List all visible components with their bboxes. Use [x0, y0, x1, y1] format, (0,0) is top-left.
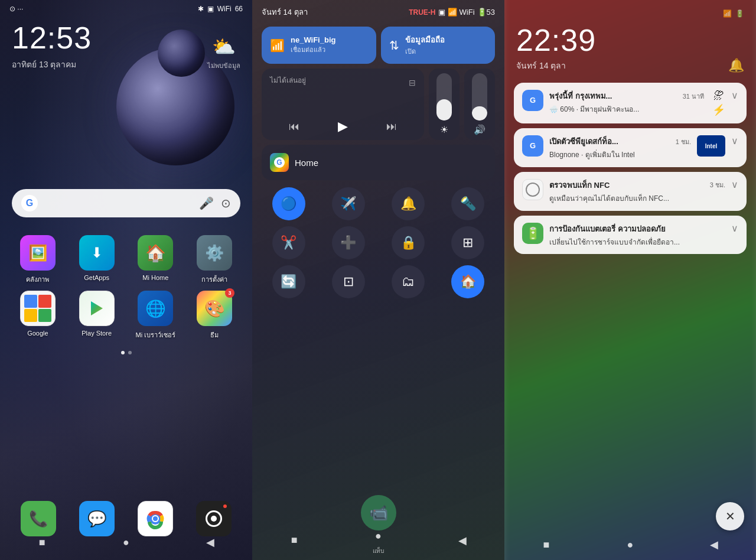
apps-grid-row1: 🖼️ คลังภาพ ⬇ GetApps 🏠 Mi Home ⚙️ การตั้…: [0, 229, 252, 291]
quick-tiles: 📶 ne_WiFi_big เชื่อมต่อแล้ว ⇅ ข้อมูลมือถ…: [262, 27, 495, 64]
scissors-toggle[interactable]: ✂️: [272, 226, 305, 259]
notif-blognone[interactable]: G เปิดตัวซีพียูเดสก์ท็อ... 1 ชม. Blognon…: [514, 128, 747, 167]
app-mibrowser[interactable]: 🌐 Mi เบราว์เซอร์: [130, 291, 182, 340]
quickball-toggle[interactable]: ➕: [332, 226, 365, 259]
notif-weather-icon: G: [522, 90, 543, 111]
theme-badge: 3: [225, 288, 234, 298]
notif-nfc[interactable]: ตรวจพบแท็ก NFC 3 ชม. ดูเหมือนว่าคุณไม่ได…: [514, 172, 747, 211]
notif-weather[interactable]: G พรุ่งนี้ที่ กรุงเทพม... 31 นาที 🌧️ 60%…: [514, 83, 747, 123]
app-theme[interactable]: 3 🎨 ธีม: [188, 291, 240, 340]
notif-battery-icon: 🔋: [522, 223, 543, 244]
mobile-data-tile[interactable]: ⇅ ข้อมูลมือถือ เปิด: [381, 27, 496, 64]
mihome-label: Mi Home: [142, 274, 168, 281]
p2-date: จันทร์ 14 ตุลา: [262, 6, 308, 18]
notification-bell-icon[interactable]: 🔔: [728, 58, 744, 73]
airplane-toggle[interactable]: ✈️: [332, 187, 365, 220]
p3-battery-icon: 🔋: [735, 9, 744, 18]
flashlight-toggle[interactable]: 🔦: [451, 187, 484, 220]
battery-icon: 🔋53: [477, 8, 495, 17]
data-tile-title: ข้อมูลมือถือ: [405, 34, 445, 46]
volume-slider[interactable]: 🔊: [464, 69, 495, 140]
getapps-label: GetApps: [84, 274, 109, 281]
notifications-list: G พรุ่งนี้ที่ กรุงเทพม... 31 นาที 🌧️ 60%…: [504, 78, 756, 259]
lens-icon[interactable]: ⊙: [221, 196, 231, 210]
notification-time: 22:39: [516, 22, 744, 58]
data-tile-text: ข้อมูลมือถือ เปิด: [405, 34, 445, 57]
google-logo: G: [21, 195, 38, 211]
app-getapps[interactable]: ⬇ GetApps: [71, 235, 123, 285]
app-google[interactable]: Google: [12, 291, 64, 340]
search-left: G: [21, 195, 38, 211]
notif-blognone-title: เปิดตัวซีพียูเดสก์ท็อ...: [549, 135, 618, 148]
control-center-content: 📶 ne_WiFi_big เชื่อมต่อแล้ว ⇅ ข้อมูลมือถ…: [252, 22, 504, 309]
p3-nav-back[interactable]: ◀: [703, 534, 725, 555]
p2-nav-circle[interactable]: ●: [367, 525, 389, 546]
screencast-toggle[interactable]: ⊞: [451, 226, 484, 259]
bluetooth-toggle[interactable]: 🔵: [272, 187, 305, 220]
media-next-btn[interactable]: ⏭: [386, 121, 397, 133]
wifi-tile-title: ne_WiFi_big: [291, 35, 335, 44]
notif-battery-expand[interactable]: ∨: [731, 223, 738, 234]
brightness-slider[interactable]: ☀: [429, 69, 460, 140]
notif-weather-expand[interactable]: ∨: [731, 90, 738, 101]
dot-2: [128, 351, 132, 354]
notif-battery-body: เปลี่ยนไปใช้การชาร์จแบบจำกัดเพื่อยืดอา..…: [549, 238, 680, 246]
media-prev-btn[interactable]: ⏮: [289, 121, 299, 133]
notif-weather-body: 🌧️ 60% · มีพายุฝนฟ้าคะนอ...: [549, 105, 639, 113]
svg-text:G: G: [530, 96, 536, 105]
nav-square[interactable]: ■: [31, 532, 53, 553]
p3-signal-icon: 📶: [723, 9, 732, 18]
lock-toggle[interactable]: 🔒: [392, 226, 425, 259]
p2-nav-back[interactable]: ◀: [452, 530, 473, 551]
apps-grid-row2: Google Play Store 🌐 Mi เบราว์เซอร์ 3 🎨 ธ…: [0, 291, 252, 346]
app-settings[interactable]: ⚙️ การตั้งค่า: [188, 235, 240, 285]
notif-weather-cloud-icon: ⛈: [713, 90, 724, 102]
notif-battery-title-row: การป้องกันแบตเตอรี่ ความปลอดภัย: [549, 223, 725, 235]
mic-icon[interactable]: 🎤: [199, 196, 214, 210]
weather-text: ไม่พบข้อมูล: [207, 60, 240, 71]
media-row: ไม่ได้เล่นอยู่ ⊟ ⏮ ▶ ⏭ ☀ 🔊: [262, 69, 495, 140]
home-toggle[interactable]: 🏠: [451, 265, 484, 298]
notif-nfc-expand[interactable]: ∨: [731, 179, 738, 190]
playstore-label: Play Store: [82, 330, 112, 337]
theme-icon: 3 🎨: [197, 291, 232, 326]
cast-icon[interactable]: ⊟: [409, 78, 416, 87]
carrier-label: TRUE-H: [409, 8, 435, 17]
brightness-icon: ☀: [440, 124, 448, 135]
p2-nav-square[interactable]: ■: [284, 530, 305, 551]
google-home-tile[interactable]: G Home: [262, 145, 495, 180]
weather-widget: ⛅ ไม่พบข้อมูล: [207, 35, 240, 71]
notification-toggle[interactable]: 🔔: [392, 187, 425, 220]
volume-track: [472, 73, 487, 121]
rotate-toggle[interactable]: 🔄: [272, 265, 305, 298]
notif-nfc-content: ตรวจพบแท็ก NFC 3 ชม. ดูเหมือนว่าคุณไม่ได…: [549, 179, 725, 204]
nav-back[interactable]: ◀: [200, 532, 221, 553]
app-mihome[interactable]: 🏠 Mi Home: [130, 235, 182, 285]
close-notifications-btn[interactable]: ✕: [716, 502, 744, 530]
search-bar[interactable]: G 🎤 ⊙: [12, 189, 240, 217]
gallery-label: คลังภาพ: [26, 274, 49, 285]
wallet-toggle[interactable]: 🗂: [392, 265, 425, 298]
p3-navigation: ■ ● ◀: [504, 534, 756, 555]
notification-header: 📶 🔋 22:39 จันทร์ 14 ตุลา 🔔: [504, 0, 756, 78]
theme-label: ธีม: [210, 330, 219, 340]
scan-toggle[interactable]: ⊡: [332, 265, 365, 298]
notif-blognone-expand[interactable]: ∨: [731, 135, 738, 146]
nav-circle[interactable]: ●: [115, 532, 136, 553]
wifi-tile[interactable]: 📶 ne_WiFi_big เชื่อมต่อแล้ว: [262, 27, 376, 64]
notif-weather-lightning-icon: ⚡: [712, 103, 725, 116]
nfc-ring-icon: [526, 183, 540, 197]
p3-nav-square[interactable]: ■: [536, 534, 557, 555]
weather-icon: ⛅: [212, 35, 236, 58]
media-play-btn[interactable]: ▶: [338, 119, 348, 134]
p3-nav-circle[interactable]: ●: [620, 534, 641, 555]
app-gallery[interactable]: 🖼️ คลังภาพ: [12, 235, 64, 285]
battery-status: 66: [235, 5, 243, 13]
notif-nfc-title-row: ตรวจพบแท็ก NFC 3 ชม.: [549, 179, 725, 191]
page-indicator: [0, 351, 252, 354]
notif-battery[interactable]: 🔋 การป้องกันแบตเตอรี่ ความปลอดภัย เปลี่ย…: [514, 216, 747, 255]
mibrowser-label: Mi เบราว์เซอร์: [136, 330, 176, 340]
svg-text:G: G: [530, 141, 536, 150]
app-playstore[interactable]: Play Store: [71, 291, 123, 340]
wifi-tile-icon: 📶: [270, 38, 285, 53]
